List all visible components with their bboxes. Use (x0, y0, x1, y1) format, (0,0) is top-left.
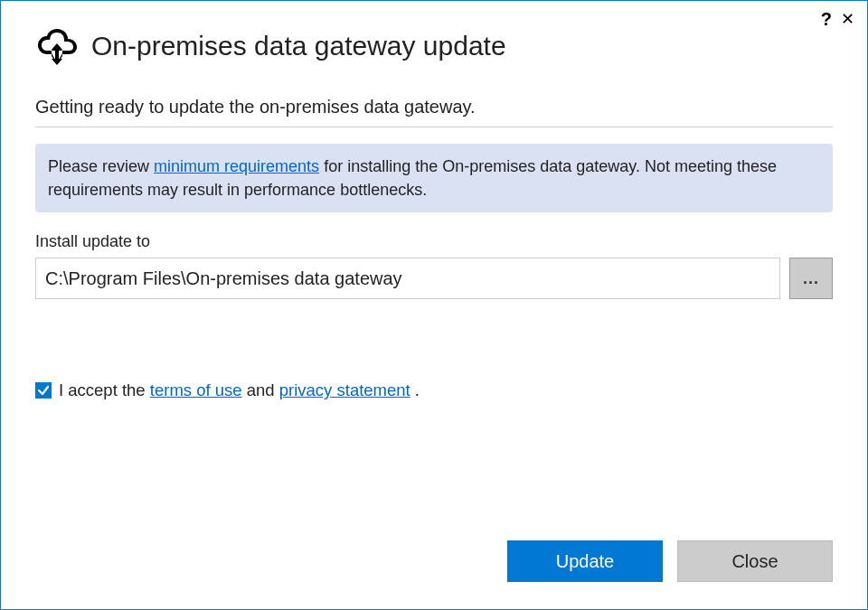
svg-rect-0 (55, 50, 59, 59)
update-button[interactable]: Update (507, 540, 663, 582)
help-icon[interactable]: ? (821, 10, 832, 28)
button-row: Update Close (507, 540, 833, 582)
minimum-requirements-link[interactable]: minimum requirements (154, 157, 319, 175)
privacy-statement-link[interactable]: privacy statement (279, 380, 410, 399)
requirements-info: Please review minimum requirements for i… (35, 144, 833, 212)
install-path-label: Install update to (35, 232, 833, 251)
accept-post: . (410, 380, 420, 399)
titlebar-controls: ? ✕ (821, 10, 854, 28)
subtitle: Getting ready to update the on-premises … (35, 97, 833, 127)
accept-mid: and (242, 380, 279, 399)
close-button[interactable]: Close (677, 540, 833, 582)
header: On-premises data gateway update (35, 26, 833, 66)
cloud-upload-icon (35, 26, 79, 66)
info-prefix: Please review (48, 157, 154, 175)
page-title: On-premises data gateway update (91, 31, 506, 61)
dialog-window: ? ✕ On-premises data gateway update Gett… (0, 0, 868, 610)
accept-checkbox[interactable] (35, 382, 52, 399)
close-icon[interactable]: ✕ (841, 11, 854, 27)
dialog-content: On-premises data gateway update Getting … (1, 1, 867, 400)
install-path-row: ... (35, 258, 833, 299)
browse-button[interactable]: ... (789, 258, 833, 299)
terms-of-use-link[interactable]: terms of use (150, 380, 242, 399)
accept-pre: I accept the (59, 380, 150, 399)
accept-row: I accept the terms of use and privacy st… (35, 380, 833, 400)
accept-text: I accept the terms of use and privacy st… (59, 380, 420, 400)
install-path-input[interactable] (35, 258, 780, 299)
